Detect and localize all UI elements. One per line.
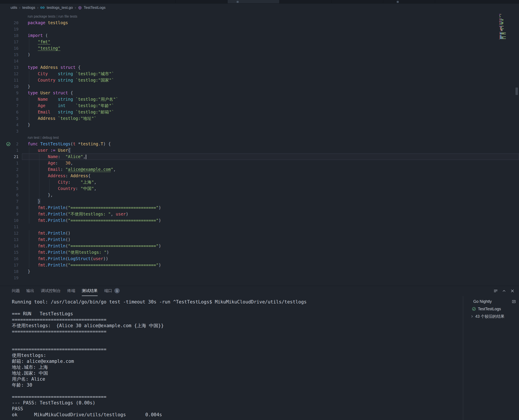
breadcrumb-item-testlogs[interactable]: testlogs bbox=[23, 6, 35, 10]
panel-tab[interactable]: 输出 bbox=[26, 286, 34, 296]
line-number[interactable]: 5 bbox=[0, 115, 22, 122]
code-line[interactable]: 8 Name string `testlog:"用户名"` bbox=[0, 96, 519, 103]
line-number[interactable]: 19 bbox=[0, 26, 22, 32]
line-number[interactable]: 17 bbox=[0, 39, 22, 45]
code-line[interactable]: 11 bbox=[0, 224, 519, 230]
line-number[interactable]: 10 bbox=[0, 83, 22, 90]
line-number[interactable]: 13 bbox=[0, 236, 22, 243]
code-line[interactable]: 15 fmt.Println("使用testlogs: ") bbox=[0, 249, 519, 255]
panel-tab[interactable]: 端口1 bbox=[104, 286, 120, 296]
line-number[interactable]: 8 bbox=[0, 204, 22, 211]
code-line[interactable]: 7 Age int `testlog:"年龄"` bbox=[0, 103, 519, 109]
code-line[interactable]: 11 Country string `testlog:"国家"` bbox=[0, 77, 519, 83]
code-line[interactable]: 16 "testing" bbox=[0, 45, 519, 52]
line-number[interactable]: 2 bbox=[0, 166, 22, 172]
code-line[interactable]: 14 fmt.Println("========================… bbox=[0, 243, 519, 249]
code-line[interactable]: 14 bbox=[0, 58, 519, 64]
code-line[interactable]: 5 Address `testlog:"地址"` bbox=[0, 115, 519, 122]
test-profile-row[interactable]: Go Nightly bbox=[463, 298, 519, 305]
code-line[interactable]: 16 fmt.Println(LogStruct(user)) bbox=[0, 255, 519, 262]
open-in-editor-icon[interactable] bbox=[512, 300, 516, 304]
code-line[interactable]: 19 bbox=[0, 275, 519, 281]
line-number[interactable]: 18 bbox=[0, 32, 22, 39]
panel-close-icon[interactable] bbox=[510, 289, 515, 293]
line-number[interactable]: 10 bbox=[0, 217, 22, 224]
line-number[interactable]: 2 bbox=[0, 141, 22, 147]
code-line[interactable]: 1 user := User{ bbox=[0, 147, 519, 153]
older-results-row[interactable]: 43 个较旧的结果 bbox=[463, 313, 519, 320]
code-line[interactable]: 3 bbox=[0, 128, 519, 134]
line-number[interactable]: 8 bbox=[0, 96, 22, 103]
code-line[interactable]: 15) bbox=[0, 52, 519, 58]
code-line[interactable]: 19 bbox=[0, 26, 519, 32]
breadcrumb-item-utils[interactable]: utils bbox=[11, 6, 17, 10]
codelens-line[interactable]: run package tests | run file tests bbox=[0, 13, 519, 20]
line-number[interactable]: 5 bbox=[0, 185, 22, 192]
code-line[interactable]: 4} bbox=[0, 122, 519, 128]
line-number[interactable]: 6 bbox=[0, 192, 22, 198]
line-number[interactable]: 1 bbox=[0, 160, 22, 166]
panel-tab[interactable]: 测试结果 bbox=[82, 286, 98, 296]
code-line[interactable]: 1 Age: 30, bbox=[0, 160, 519, 166]
code-line[interactable]: 5 Country: "中国", bbox=[0, 185, 519, 192]
panel-menu-icon[interactable] bbox=[494, 289, 498, 293]
line-number[interactable] bbox=[0, 13, 22, 20]
line-number[interactable]: 9 bbox=[0, 211, 22, 217]
line-number[interactable]: 20 bbox=[0, 20, 22, 26]
line-number[interactable]: 11 bbox=[0, 224, 22, 230]
line-number[interactable]: 16 bbox=[0, 45, 22, 52]
minimap[interactable] bbox=[499, 14, 512, 40]
code-line[interactable]: 20package testlogs bbox=[0, 20, 519, 26]
overview-ruler[interactable] bbox=[514, 12, 519, 286]
line-number[interactable]: 7 bbox=[0, 198, 22, 204]
code-line[interactable]: 6 Email string `testlog:"邮箱"` bbox=[0, 109, 519, 115]
code-line[interactable]: 17 "fmt" bbox=[0, 39, 519, 45]
code-line[interactable]: 9type User struct { bbox=[0, 90, 519, 96]
line-number[interactable]: 13 bbox=[0, 64, 22, 71]
code-line[interactable]: 13type Address struct { bbox=[0, 64, 519, 71]
line-number[interactable]: 4 bbox=[0, 179, 22, 185]
line-number[interactable]: 19 bbox=[0, 275, 22, 281]
test-run-row[interactable]: TestTestLogs bbox=[463, 305, 519, 313]
codelens-link[interactable]: run test bbox=[28, 136, 39, 139]
line-number[interactable] bbox=[0, 134, 22, 141]
line-number[interactable]: 14 bbox=[0, 58, 22, 64]
line-number[interactable]: 12 bbox=[0, 71, 22, 77]
code-line[interactable]: 12 fmt.Println() bbox=[0, 230, 519, 236]
scrollbar-thumb[interactable] bbox=[515, 88, 518, 95]
code-line[interactable]: 12 City string `testlog:"城市"` bbox=[0, 71, 519, 77]
line-number[interactable]: 15 bbox=[0, 249, 22, 255]
line-number[interactable]: 18 bbox=[0, 268, 22, 275]
code-line[interactable]: 10} bbox=[0, 83, 519, 90]
codelens-line[interactable]: run test | debug test bbox=[0, 134, 519, 141]
code-line[interactable]: 3 Address: Address{ bbox=[0, 172, 519, 179]
editor-tabs-strip[interactable] bbox=[0, 0, 519, 4]
line-number[interactable]: 1 bbox=[0, 147, 22, 153]
line-number[interactable]: 3 bbox=[0, 172, 22, 179]
code-line[interactable]: 4 City: "上海", bbox=[0, 179, 519, 185]
panel-tab[interactable]: 终端 bbox=[67, 286, 75, 296]
code-line[interactable]: 21 Name: "Alice", bbox=[0, 153, 519, 160]
line-number[interactable]: 12 bbox=[0, 230, 22, 236]
code-line[interactable]: 8 fmt.Println("=========================… bbox=[0, 204, 519, 211]
line-number[interactable]: 14 bbox=[0, 243, 22, 249]
line-number[interactable]: 3 bbox=[0, 128, 22, 134]
line-number[interactable]: 15 bbox=[0, 52, 22, 58]
code-line[interactable]: 18import ( bbox=[0, 32, 519, 39]
panel-maximize-icon[interactable] bbox=[502, 289, 506, 293]
code-line[interactable]: 10 fmt.Println("========================… bbox=[0, 217, 519, 224]
panel-tab[interactable]: 问题 bbox=[12, 286, 20, 296]
test-output[interactable]: Running tool: /usr/local/go/bin/go test … bbox=[0, 296, 463, 420]
code-line[interactable]: 6 }, bbox=[0, 192, 519, 198]
line-number[interactable]: 21 bbox=[0, 153, 22, 160]
code-line[interactable]: 18} bbox=[0, 268, 519, 275]
panel-tab[interactable]: 调试控制台 bbox=[41, 286, 61, 296]
code-line[interactable]: 17 fmt.Println("========================… bbox=[0, 262, 519, 268]
breadcrumb-item-file[interactable]: testlogs_test.go bbox=[47, 6, 73, 10]
line-number[interactable]: 11 bbox=[0, 77, 22, 83]
line-number[interactable]: 7 bbox=[0, 103, 22, 109]
line-number[interactable]: 6 bbox=[0, 109, 22, 115]
code-area[interactable]: run package tests | run file tests20pack… bbox=[0, 13, 519, 281]
line-number[interactable]: 17 bbox=[0, 262, 22, 268]
code-line[interactable]: 2func TestTestLogs(t *testing.T) { bbox=[0, 141, 519, 147]
